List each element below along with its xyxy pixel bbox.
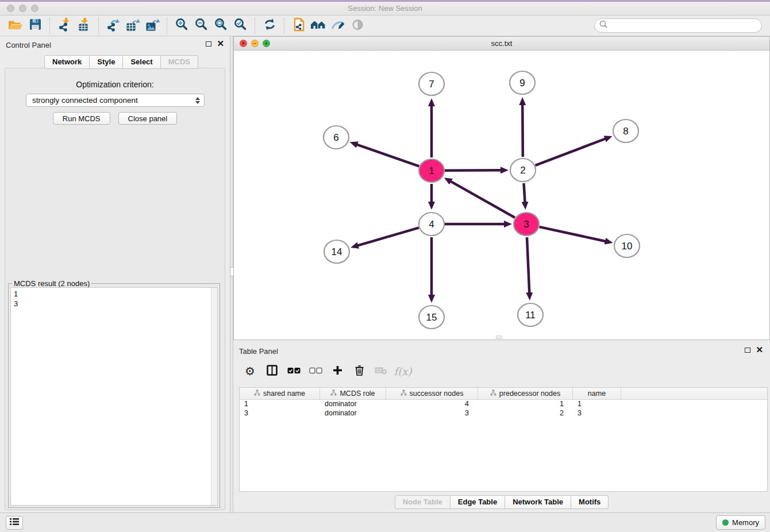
table-settings-button[interactable]: ⚙	[241, 363, 259, 380]
edge-3-1[interactable]	[451, 182, 515, 218]
node-7[interactable]: 7	[419, 72, 444, 95]
cell-successor-nodes[interactable]: 3	[386, 409, 478, 418]
deselect-all-columns-button[interactable]	[307, 363, 324, 380]
cell-name[interactable]: 1	[573, 400, 621, 409]
criterion-select[interactable]: strongly connected component	[26, 94, 205, 107]
import-table-button[interactable]	[74, 17, 94, 34]
show-hide-graphics-button[interactable]	[348, 17, 367, 34]
node-4[interactable]: 4	[419, 213, 444, 236]
node-2[interactable]: 2	[510, 159, 536, 182]
edge-2-8[interactable]	[536, 138, 606, 165]
mcds-result-area[interactable]: 1 3	[10, 287, 218, 506]
zoom-out-button[interactable]	[191, 17, 211, 34]
close-panel-button[interactable]: Close panel	[118, 112, 178, 125]
node-1[interactable]: 1	[419, 159, 444, 182]
column-header-predecessor-nodes[interactable]: predecessor nodes	[478, 388, 573, 399]
run-mcds-button[interactable]: Run MCDS	[53, 112, 110, 125]
edge-3-11[interactable]	[527, 237, 529, 293]
tab-node-table[interactable]: Node Table	[395, 495, 451, 509]
cell-shared-name[interactable]: 3	[240, 409, 320, 418]
column-header-shared-name[interactable]: shared name	[240, 388, 320, 399]
refresh-button[interactable]	[260, 17, 279, 34]
search-input[interactable]	[608, 21, 757, 30]
cell-predecessor-nodes[interactable]: 2	[478, 409, 573, 418]
node-table[interactable]: shared nameMCDS rolesuccessor nodesprede…	[239, 387, 768, 492]
node-label: 11	[525, 310, 536, 321]
toolbar-separator	[49, 18, 50, 34]
edge-2-3[interactable]	[523, 183, 525, 202]
delete-column-button[interactable]	[351, 363, 368, 380]
edge-4-14[interactable]	[357, 228, 418, 245]
column-label: shared name	[263, 390, 305, 398]
cell-shared-name[interactable]: 1	[240, 400, 320, 409]
memory-label: Memory	[732, 518, 759, 527]
cell-name[interactable]: 3	[573, 409, 621, 418]
close-panel-icon[interactable]: ✕	[217, 41, 224, 47]
refresh-icon	[263, 18, 276, 33]
zoom-in-button[interactable]	[172, 17, 191, 34]
show-columns-button[interactable]	[263, 363, 280, 380]
cell-predecessor-nodes[interactable]: 1	[478, 400, 573, 409]
cell-mcds-role[interactable]: dominator	[320, 409, 386, 418]
table-row[interactable]: 3dominator323	[240, 409, 767, 418]
import-network-button[interactable]	[55, 17, 74, 34]
tab-style[interactable]: Style	[90, 55, 123, 69]
edge-1-2[interactable]	[445, 170, 501, 171]
tab-network-table[interactable]: Network Table	[505, 495, 571, 509]
cell-successor-nodes[interactable]: 4	[386, 400, 478, 409]
edge-1-6[interactable]	[357, 145, 419, 167]
node-10[interactable]: 10	[614, 234, 640, 257]
network-canvas[interactable]: 7968124314101511	[234, 51, 769, 340]
node-8[interactable]: 8	[613, 119, 638, 142]
zoom-in-icon	[175, 18, 188, 33]
task-history-button[interactable]	[6, 516, 23, 530]
memory-status-dot	[722, 519, 729, 526]
export-image-button[interactable]	[143, 17, 162, 34]
node-label: 6	[333, 132, 338, 143]
column-header-successor-nodes[interactable]: successor nodes	[386, 388, 478, 399]
memory-button[interactable]: Memory	[716, 515, 765, 530]
close-table-panel-icon[interactable]: ✕	[756, 347, 763, 353]
export-table-button[interactable]	[123, 17, 143, 34]
clone-network-button[interactable]	[289, 17, 309, 34]
select-all-columns-button[interactable]	[285, 363, 302, 380]
tab-network[interactable]: Network	[44, 55, 90, 69]
zoom-out-icon	[195, 18, 208, 33]
zoom-selected-icon	[234, 18, 247, 33]
node-label: 3	[523, 219, 529, 230]
float-table-panel-icon[interactable]	[745, 348, 750, 353]
result-scrollbar[interactable]	[211, 288, 217, 505]
control-panel-header: Control Panel ✕	[0, 36, 230, 52]
cell-mcds-role[interactable]: dominator	[320, 400, 386, 409]
node-15[interactable]: 15	[419, 306, 444, 329]
node-14[interactable]: 14	[324, 240, 349, 263]
node-6[interactable]: 6	[324, 126, 349, 149]
column-header-mcds-role[interactable]: MCDS role	[320, 388, 386, 399]
first-neighbors-button[interactable]	[309, 17, 328, 34]
export-network-button[interactable]	[103, 17, 123, 34]
edge-2-9[interactable]	[522, 105, 523, 157]
node-11[interactable]: 11	[518, 303, 543, 326]
criterion-value: strongly connected component	[26, 96, 194, 105]
node-3[interactable]: 3	[514, 213, 539, 236]
search-box[interactable]	[594, 18, 762, 33]
tab-motifs[interactable]: Motifs	[571, 495, 609, 509]
canvas-splitter-handle[interactable]	[496, 336, 502, 339]
zoom-fit-button[interactable]	[211, 17, 230, 34]
table-row[interactable]: 1dominator411	[240, 400, 767, 409]
apply-style-button[interactable]	[328, 17, 348, 34]
edge-3-10[interactable]	[539, 227, 605, 241]
float-panel-icon[interactable]	[206, 41, 211, 47]
save-session-button[interactable]	[25, 17, 45, 34]
mcds-result-text: 1 3	[11, 288, 211, 505]
tab-select[interactable]: Select	[123, 55, 160, 69]
tab-mcds[interactable]: MCDS	[161, 55, 198, 69]
node-label: 1	[429, 165, 434, 176]
control-panel-tabs: NetworkStyleSelectMCDS	[44, 55, 198, 69]
zoom-selected-button[interactable]	[230, 17, 250, 34]
create-column-button[interactable]	[329, 363, 346, 380]
node-9[interactable]: 9	[510, 71, 535, 94]
open-session-button[interactable]	[6, 17, 25, 34]
column-header-name[interactable]: name	[573, 388, 621, 399]
tab-edge-table[interactable]: Edge Table	[451, 495, 505, 509]
